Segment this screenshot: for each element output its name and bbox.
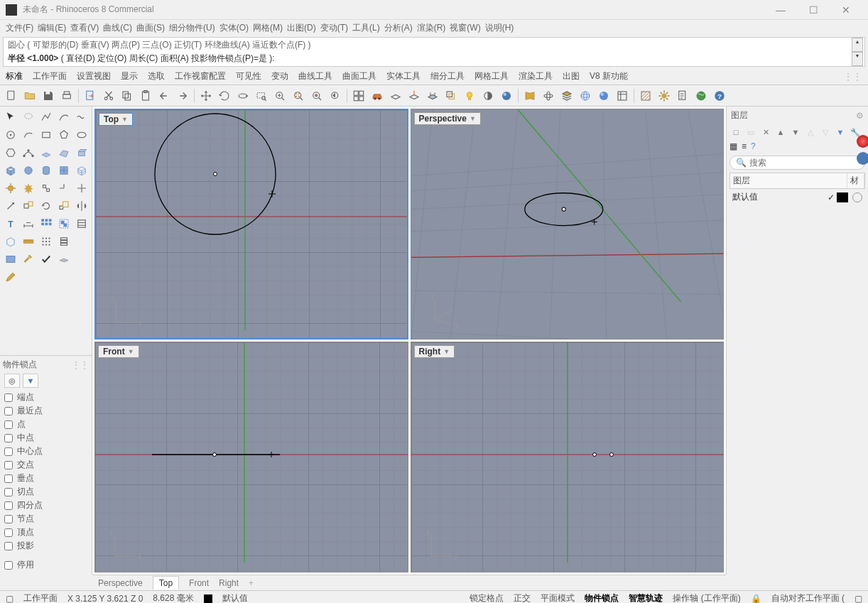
split-icon[interactable] (74, 180, 89, 196)
scale-icon[interactable] (56, 198, 72, 214)
new-file-icon[interactable] (3, 87, 20, 104)
osnap-cen[interactable]: 中心点 (4, 445, 87, 458)
status-checkbox[interactable]: ▢ (855, 594, 862, 604)
rotate-tool-icon[interactable] (38, 198, 54, 214)
panel-help-icon[interactable]: ? (751, 141, 756, 151)
layer-search[interactable]: 🔍 (729, 156, 865, 170)
chevron-down-icon[interactable]: ▼ (443, 348, 450, 355)
zoom-selected-icon[interactable] (308, 87, 325, 104)
status-gridsnap[interactable]: 锁定格点 (470, 592, 504, 603)
layers-stack-icon[interactable] (558, 87, 575, 104)
redo-icon[interactable] (174, 87, 191, 104)
lock-icon[interactable]: 🔒 (751, 594, 761, 604)
rotate-icon[interactable] (216, 87, 233, 104)
vptab-add[interactable]: + (249, 578, 254, 588)
maximize-button[interactable]: ☐ (797, 0, 830, 20)
status-cplane[interactable]: 工作平面 (23, 592, 58, 603)
tab-display[interactable]: 显示 (121, 70, 138, 82)
copy-icon[interactable] (119, 87, 136, 104)
surface-edge-icon[interactable] (56, 145, 72, 161)
tab-transform[interactable]: 变动 (271, 70, 288, 82)
arc-icon[interactable] (21, 127, 36, 143)
doc-properties-icon[interactable] (674, 87, 691, 104)
block-icon[interactable] (74, 216, 89, 232)
chevron-down-icon[interactable]: ▼ (121, 116, 128, 123)
tab-visibility[interactable]: 可见性 (236, 70, 261, 82)
new-layer-icon[interactable]: □ (729, 126, 742, 138)
menu-curve[interactable]: 曲线(C) (103, 22, 132, 34)
layer-search-input[interactable] (749, 158, 859, 168)
panel-gear-icon[interactable]: ⚙ (856, 111, 864, 121)
tab-v8new[interactable]: V8 新功能 (590, 70, 628, 82)
group-icon[interactable] (56, 216, 72, 232)
viewport-front[interactable]: Front▼ zx (94, 342, 408, 572)
properties-icon[interactable] (614, 87, 631, 104)
move-tool-icon[interactable] (3, 198, 18, 214)
viewport-perspective-label[interactable]: Perspective▼ (414, 112, 481, 125)
import-icon[interactable] (82, 87, 99, 104)
tab-viewport[interactable]: 工作视窗配置 (175, 70, 226, 82)
filter-icon[interactable]: ▼ (834, 126, 847, 138)
tree-view-icon[interactable]: ≡ (742, 141, 747, 151)
sphere-solid-icon[interactable] (595, 87, 612, 104)
status-planar[interactable]: 平面模式 (541, 592, 575, 603)
tab-curvetools[interactable]: 曲线工具 (298, 70, 332, 82)
help-icon[interactable]: ? (711, 87, 728, 104)
mesh-box-icon[interactable] (74, 163, 89, 178)
osnap-filter-icon[interactable]: ▼ (23, 374, 38, 388)
close-button[interactable]: ✕ (830, 0, 862, 20)
osnap-vertex[interactable]: 顶点 (4, 526, 87, 539)
move-up-icon[interactable]: △ (804, 126, 817, 138)
mirror-icon[interactable] (74, 198, 89, 214)
osnap-grip-icon[interactable]: ⋮⋮ (72, 360, 89, 370)
list-view-icon[interactable]: ▦ (729, 141, 737, 151)
side-tab-properties-icon[interactable] (857, 135, 868, 148)
osnap-toggle-icon[interactable]: ◎ (4, 374, 20, 388)
viewport-top-label[interactable]: Top▼ (99, 113, 133, 126)
extrude-icon[interactable] (74, 145, 89, 161)
rotate3d-icon[interactable] (540, 87, 557, 104)
open-file-icon[interactable] (21, 87, 38, 104)
osnap-point[interactable]: 点 (4, 418, 87, 431)
tab-rendertools[interactable]: 渲染工具 (519, 70, 553, 82)
polyline-icon[interactable] (38, 109, 54, 125)
viewport-right[interactable]: Right▼ zy (411, 342, 725, 572)
paste-icon[interactable] (137, 87, 154, 104)
trim-icon[interactable] (56, 180, 72, 196)
tab-standard[interactable]: 标准 (6, 70, 23, 82)
layer-current-icon[interactable]: ✓ (828, 192, 835, 202)
osnap-end[interactable]: 端点 (4, 391, 87, 404)
ruler-icon[interactable] (21, 234, 36, 249)
status-layer[interactable]: 默认值 (222, 592, 248, 603)
menu-file[interactable]: 文件(F) (6, 22, 33, 34)
osnap-tan[interactable]: 切点 (4, 485, 87, 499)
grid-array-icon[interactable] (38, 234, 54, 249)
named-cplane-icon[interactable] (406, 87, 423, 104)
viewport-front-label[interactable]: Front▼ (98, 345, 139, 358)
array-icon[interactable] (38, 216, 54, 232)
hammer-icon[interactable] (21, 251, 36, 267)
menu-analyze[interactable]: 分析(A) (384, 22, 413, 34)
command-prompt[interactable]: 圆心 ( 可塑形的(D) 垂直(V) 两点(P) 三点(O) 正切(T) 环绕曲… (3, 37, 865, 67)
sphere-grid-icon[interactable] (577, 87, 594, 104)
save-file-icon[interactable] (40, 87, 57, 104)
explode-icon[interactable] (21, 180, 36, 196)
col-layer[interactable]: 图层 (730, 173, 847, 188)
menu-solid[interactable]: 实体(O) (219, 22, 249, 34)
osnap-knot[interactable]: 节点 (4, 512, 87, 526)
status-record-icon[interactable]: ▢ (6, 594, 13, 604)
check-icon[interactable] (38, 251, 54, 267)
tab-select[interactable]: 选取 (148, 70, 165, 82)
tab-surfacetools[interactable]: 曲面工具 (342, 70, 376, 82)
hex-icon[interactable] (3, 145, 18, 161)
tab-subdtools[interactable]: 细分工具 (430, 70, 465, 82)
vptab-top[interactable]: Top (153, 576, 179, 590)
stack-icon[interactable] (56, 234, 72, 249)
status-ortho[interactable]: 正交 (514, 592, 531, 603)
render-preview-icon[interactable] (3, 251, 18, 267)
menu-subd[interactable]: 细分物件(U) (169, 22, 215, 34)
text-icon[interactable]: T (3, 216, 18, 232)
ellipse-icon[interactable] (74, 127, 89, 143)
undo-view-icon[interactable] (327, 87, 344, 104)
cplane-icon[interactable] (387, 87, 404, 104)
